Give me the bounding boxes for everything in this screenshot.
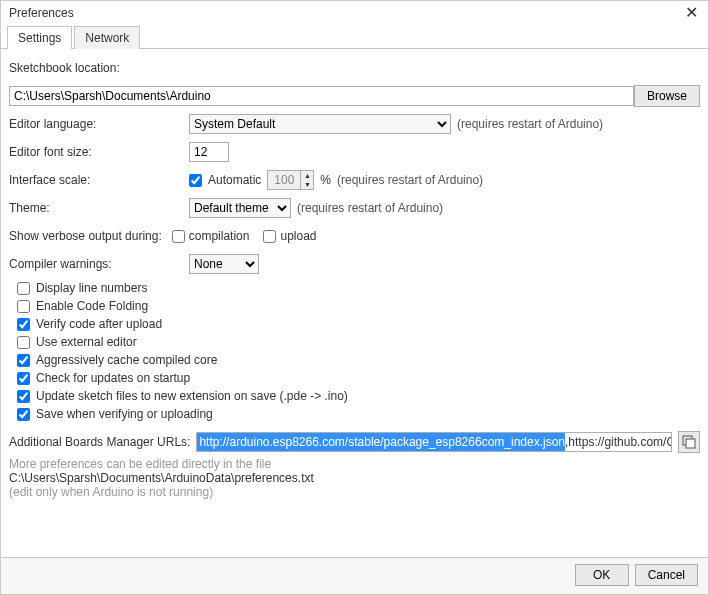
boards-urls-selected-text: http://arduino.esp8266.com/stable/packag… (197, 433, 565, 451)
window-title: Preferences (9, 6, 74, 20)
compiler-warnings-label: Compiler warnings: (9, 257, 189, 271)
prefs-path[interactable]: C:\Users\Sparsh\Documents\ArduinoData\pr… (9, 471, 700, 485)
edit-only-note: (edit only when Arduino is not running) (9, 485, 700, 499)
boards-urls-rest-text: ,https://github.com/Optiboot/opt (565, 433, 672, 451)
sketchbook-location-label: Sketchbook location: (9, 61, 120, 75)
update-sketch-ext-label: Update sketch files to new extension on … (36, 389, 348, 403)
scale-spinner[interactable]: ▲▼ (267, 170, 314, 190)
expand-urls-button[interactable] (678, 431, 700, 453)
ok-button[interactable]: OK (575, 564, 629, 586)
enable-code-folding-checkbox[interactable] (17, 300, 30, 313)
sketchbook-location-input[interactable] (9, 86, 634, 106)
boards-urls-label: Additional Boards Manager URLs: (9, 435, 190, 449)
display-line-numbers-label: Display line numbers (36, 281, 147, 295)
verify-code-label: Verify code after upload (36, 317, 162, 331)
close-icon[interactable]: ✕ (679, 5, 704, 21)
compiler-warnings-select[interactable]: None (189, 254, 259, 274)
boards-urls-input[interactable]: http://arduino.esp8266.com/stable/packag… (196, 432, 672, 452)
editor-font-size-input[interactable] (189, 142, 229, 162)
theme-select[interactable]: Default theme (189, 198, 291, 218)
chevron-down-icon[interactable]: ▼ (301, 180, 313, 189)
restart-note-2: (requires restart of Arduino) (337, 173, 483, 187)
editor-language-select[interactable]: System Default (189, 114, 451, 134)
verbose-output-label: Show verbose output during: (9, 229, 162, 243)
restart-note-3: (requires restart of Arduino) (297, 201, 443, 215)
enable-code-folding-label: Enable Code Folding (36, 299, 148, 313)
chevron-up-icon[interactable]: ▲ (301, 171, 313, 180)
upload-checkbox[interactable] (263, 230, 276, 243)
compilation-label: compilation (189, 229, 250, 243)
save-verify-checkbox[interactable] (17, 408, 30, 421)
theme-label: Theme: (9, 201, 189, 215)
restart-note: (requires restart of Arduino) (457, 117, 603, 131)
automatic-label: Automatic (208, 173, 261, 187)
cache-core-label: Aggressively cache compiled core (36, 353, 217, 367)
editor-language-label: Editor language: (9, 117, 189, 131)
cache-core-checkbox[interactable] (17, 354, 30, 367)
external-editor-label: Use external editor (36, 335, 137, 349)
tab-network[interactable]: Network (74, 26, 140, 49)
more-prefs-note: More preferences can be edited directly … (9, 457, 700, 471)
save-verify-label: Save when verifying or uploading (36, 407, 213, 421)
check-updates-checkbox[interactable] (17, 372, 30, 385)
editor-font-size-label: Editor font size: (9, 145, 189, 159)
tab-settings[interactable]: Settings (7, 26, 72, 49)
window-icon (682, 435, 696, 449)
tabs: Settings Network (1, 25, 708, 49)
external-editor-checkbox[interactable] (17, 336, 30, 349)
svg-rect-1 (686, 439, 695, 448)
compilation-checkbox[interactable] (172, 230, 185, 243)
upload-label: upload (280, 229, 316, 243)
check-updates-label: Check for updates on startup (36, 371, 190, 385)
display-line-numbers-checkbox[interactable] (17, 282, 30, 295)
browse-button[interactable]: Browse (634, 85, 700, 107)
verify-code-checkbox[interactable] (17, 318, 30, 331)
update-sketch-ext-checkbox[interactable] (17, 390, 30, 403)
percent-label: % (320, 173, 331, 187)
automatic-scale-checkbox[interactable] (189, 174, 202, 187)
interface-scale-label: Interface scale: (9, 173, 189, 187)
scale-value-input (268, 171, 300, 189)
cancel-button[interactable]: Cancel (635, 564, 698, 586)
